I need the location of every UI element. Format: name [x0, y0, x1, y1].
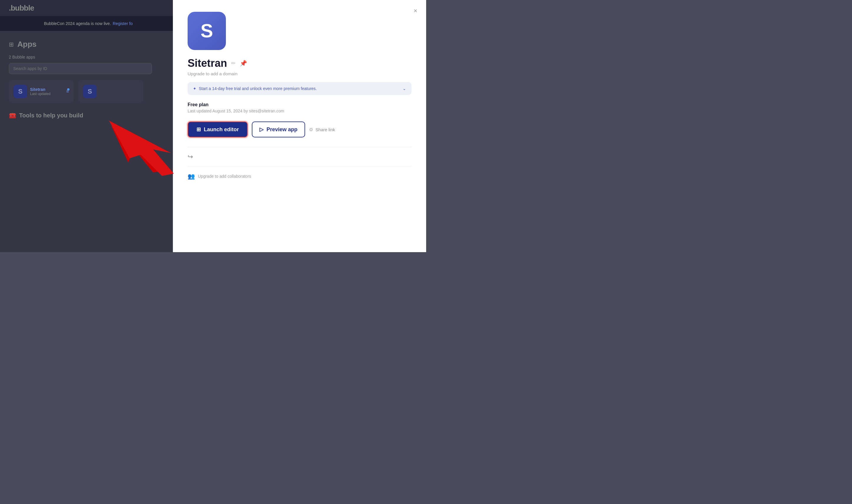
app-card-second[interactable]: S [79, 80, 143, 103]
launch-editor-icon: ⊞ [196, 126, 201, 133]
bubble-logo: .bubble [9, 3, 34, 13]
pin-icon[interactable]: 📌 [240, 60, 247, 67]
preview-app-button[interactable]: ▷ Preview app [252, 122, 305, 138]
collaborators-row: 👥 Upgrade to add collaborators [188, 173, 412, 180]
main-background: ⊞ Apps 2 Bubble apps S Sitetran Last upd… [0, 31, 177, 252]
sparkle-icon: ✦ [193, 86, 196, 91]
app-card-icon: S [14, 85, 27, 98]
tools-label: Tools to help you build [19, 112, 83, 119]
share-link-icon: ⊙ [309, 127, 313, 132]
search-input[interactable] [9, 63, 152, 74]
app-detail-panel: × S Sitetran ✏ 📌 Upgrade to add a domain… [173, 0, 426, 252]
collaborators-label: Upgrade to add collaborators [198, 174, 251, 179]
app-icon-large: S [188, 12, 226, 50]
app-name: Sitetran [188, 57, 227, 69]
topbar: .bubble [0, 0, 177, 16]
preview-icon: ▷ [259, 126, 264, 133]
apps-title: Apps [17, 40, 36, 49]
divider-2 [188, 166, 412, 167]
move-icon-row: ↪ [188, 153, 412, 161]
app-card-updated: Last updated [30, 92, 50, 96]
edit-icon[interactable]: ✏ [231, 60, 236, 67]
people-icon: 👥 [188, 173, 195, 180]
last-updated-text: Last updated August 15, 2024 by sites@si… [188, 109, 412, 113]
divider-1 [188, 147, 412, 147]
app-cards-row: S Sitetran Last updated ≡ S [9, 80, 168, 103]
launch-editor-label: Launch editor [204, 127, 239, 133]
tools-section: 🧰 Tools to help you build [9, 112, 168, 119]
share-link-label: Share link [315, 127, 335, 132]
domain-upgrade-text: Upgrade to add a domain [188, 71, 412, 76]
actions-row: ⊞ Launch editor ▷ Preview app ⊙ Share li… [188, 122, 412, 138]
app-card-menu-icon[interactable]: ≡ [66, 89, 69, 94]
chevron-down-icon: ⌄ [403, 86, 406, 91]
apps-section-header: ⊞ Apps [9, 40, 168, 49]
plan-label: Free plan [188, 102, 412, 107]
trial-banner[interactable]: ✦ Start a 14-day free trial and unlock e… [188, 82, 412, 95]
launch-editor-button[interactable]: ⊞ Launch editor [188, 122, 248, 138]
apps-grid-icon: ⊞ [9, 41, 14, 48]
banner-text: BubbleCon 2024 agenda is now live. [44, 21, 111, 26]
move-app-icon: ↪ [188, 153, 193, 161]
announcement-banner: BubbleCon 2024 agenda is now live. Regis… [0, 16, 177, 31]
banner-link: Register fo [113, 21, 133, 26]
app-card-name: Sitetran [30, 87, 50, 92]
app-card-icon-2: S [83, 85, 97, 98]
notification-dot [67, 88, 70, 91]
briefcase-icon: 🧰 [9, 112, 16, 119]
preview-app-label: Preview app [266, 127, 297, 133]
app-name-row: Sitetran ✏ 📌 [188, 57, 412, 69]
app-card-sitetran[interactable]: S Sitetran Last updated ≡ [9, 80, 74, 103]
background-dashboard: .bubble BubbleCon 2024 agenda is now liv… [0, 0, 177, 252]
tools-title: 🧰 Tools to help you build [9, 112, 168, 119]
close-button[interactable]: × [414, 7, 417, 15]
trial-banner-text: ✦ Start a 14-day free trial and unlock e… [193, 86, 317, 91]
apps-count: 2 Bubble apps [9, 55, 168, 59]
share-link-button[interactable]: ⊙ Share link [309, 127, 335, 132]
